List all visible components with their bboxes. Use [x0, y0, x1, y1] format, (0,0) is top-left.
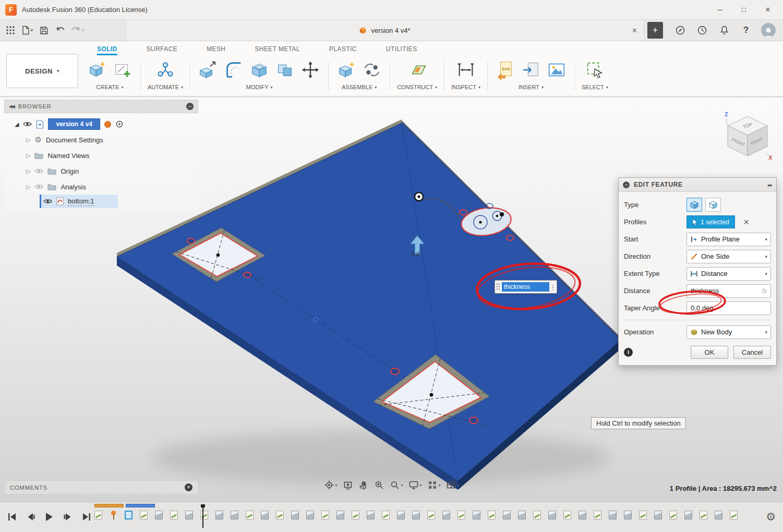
- browser-item-named-views[interactable]: ▷ Named Views: [4, 148, 198, 163]
- timeline-feature-sketch-icon[interactable]: [533, 511, 541, 519]
- automate-menu[interactable]: AUTOMATE▾: [148, 84, 183, 90]
- hole-selected[interactable]: [391, 368, 399, 374]
- dimension-input-box[interactable]: thickness ⋮: [495, 280, 557, 294]
- automate-icon[interactable]: [154, 59, 176, 81]
- extrude-solid-type-button[interactable]: [686, 198, 702, 212]
- timeline-feature-extrude-icon[interactable]: [367, 511, 375, 519]
- timeline-feature-sketch-icon[interactable]: [427, 511, 435, 519]
- insert-canvas-icon[interactable]: [546, 59, 568, 81]
- timeline-feature-sketch-icon[interactable]: [700, 511, 707, 519]
- look-at-button[interactable]: [342, 480, 353, 490]
- timeline-marker-orange[interactable]: [94, 504, 124, 507]
- timeline-feature-extrude-icon[interactable]: [442, 511, 450, 519]
- profiles-selected-button[interactable]: 1 selected: [686, 215, 735, 228]
- fillet-icon[interactable]: [223, 59, 245, 81]
- timeline-feature-extrude-icon[interactable]: [609, 511, 617, 519]
- timeline-feature-sketch-icon[interactable]: [170, 511, 178, 519]
- timeline-feature-sketch-icon[interactable]: [352, 511, 359, 519]
- timeline-feature-sketch-icon[interactable]: [276, 511, 284, 519]
- timeline-feature-extrude-icon[interactable]: [715, 511, 722, 519]
- browser-root-row[interactable]: ◢ version 4 v4: [4, 116, 198, 132]
- expand-triangle-icon[interactable]: ◢: [15, 121, 19, 128]
- create-sketch-icon[interactable]: [112, 59, 134, 81]
- select-icon[interactable]: [584, 59, 606, 81]
- active-document-label[interactable]: version 4 v4: [48, 118, 100, 130]
- visibility-eye-icon[interactable]: [43, 198, 52, 204]
- joint-icon[interactable]: [361, 59, 383, 81]
- redo-button[interactable]: ▾: [70, 22, 85, 38]
- comments-bar[interactable]: COMMENTS +: [4, 480, 198, 494]
- timeline-feature-extrude-icon[interactable]: [261, 511, 269, 519]
- hole-selected[interactable]: [469, 417, 478, 424]
- timeline-feature-extrude-icon[interactable]: [291, 511, 299, 519]
- timeline-feature-extrude-icon[interactable]: [503, 511, 511, 519]
- direction-select[interactable]: One Side ▾: [686, 250, 771, 263]
- minimize-panel-icon[interactable]: –: [186, 103, 194, 110]
- new-tab-button[interactable]: +: [647, 22, 663, 39]
- extrude-thin-type-button[interactable]: [705, 198, 721, 212]
- new-component-icon[interactable]: [86, 59, 108, 81]
- notifications-bell-icon[interactable]: [717, 23, 731, 37]
- cancel-button[interactable]: Cancel: [733, 346, 771, 359]
- modify-menu[interactable]: MODIFY▾: [246, 84, 273, 90]
- timeline-feature-extrude-icon[interactable]: [336, 511, 344, 519]
- shell-icon[interactable]: [248, 59, 270, 81]
- timeline-go-to-start-button[interactable]: [5, 511, 18, 523]
- assemble-menu[interactable]: ASSEMBLE▾: [342, 84, 377, 90]
- visibility-eye-icon[interactable]: [34, 184, 43, 190]
- timeline-feature-extrude-icon[interactable]: [473, 511, 480, 519]
- timeline-settings-gear-icon[interactable]: ⚙: [766, 511, 776, 523]
- timeline-feature-sketch-icon[interactable]: [669, 511, 677, 519]
- visibility-eye-icon[interactable]: [34, 168, 43, 174]
- timeline-step-forward-button[interactable]: [62, 511, 74, 523]
- timeline-feature-sketch-icon[interactable]: [488, 511, 496, 519]
- timeline-feature-extrude-icon[interactable]: [548, 511, 556, 519]
- clear-selection-icon[interactable]: ✕: [743, 218, 750, 226]
- timeline-feature-extrude-icon[interactable]: [231, 511, 238, 519]
- hole-selected[interactable]: [244, 272, 251, 277]
- insert-menu[interactable]: INSERT▾: [519, 84, 544, 90]
- add-comment-icon[interactable]: +: [185, 483, 192, 491]
- press-pull-icon[interactable]: [197, 59, 219, 81]
- tab-surface[interactable]: SURFACE: [147, 45, 177, 55]
- expand-caret-icon[interactable]: ▷: [26, 184, 30, 190]
- timeline-feature-extrude-icon[interactable]: [397, 511, 405, 519]
- timeline-feature-sketch-icon[interactable]: [382, 511, 390, 519]
- app-grid-icon[interactable]: [3, 22, 18, 38]
- distance-input[interactable]: thickness fx: [686, 284, 771, 298]
- dialog-expand-icon[interactable]: ▸▸: [768, 182, 772, 188]
- timeline-feature-extrude-icon[interactable]: [185, 511, 193, 519]
- timeline-marker-blue[interactable]: [126, 504, 155, 507]
- tab-utilities[interactable]: UTILITIES: [386, 45, 417, 55]
- close-tab-icon[interactable]: ✕: [632, 27, 637, 34]
- overflow-menu-icon[interactable]: ⋮: [549, 283, 557, 291]
- job-status-clock-icon[interactable]: [695, 23, 709, 37]
- extensions-icon[interactable]: [673, 23, 687, 37]
- ok-button[interactable]: OK: [691, 346, 728, 359]
- file-menu-button[interactable]: ▾: [20, 22, 34, 38]
- document-tab[interactable]: version 4 v4* ✕: [125, 20, 644, 41]
- start-select[interactable]: Profile Plane ▾: [686, 233, 771, 246]
- combine-icon[interactable]: [274, 59, 296, 81]
- dimension-value-input[interactable]: thickness: [502, 282, 549, 292]
- select-menu[interactable]: SELECT▾: [582, 84, 608, 90]
- visibility-eye-icon[interactable]: [23, 121, 32, 127]
- browser-item-analysis[interactable]: ▷ Analysis: [4, 179, 198, 195]
- tab-sheet-metal[interactable]: SHEET METAL: [255, 45, 300, 55]
- dialog-header[interactable]: – EDIT FEATURE ▸▸: [619, 178, 776, 192]
- timeline-play-button[interactable]: [43, 511, 55, 523]
- timeline-feature-extrude-icon[interactable]: [306, 511, 314, 519]
- hole-selected[interactable]: [187, 238, 195, 244]
- taper-angle-input[interactable]: 0.0 deg: [686, 301, 771, 315]
- insert-decal-icon[interactable]: [520, 59, 542, 81]
- timeline-feature-sketch-icon[interactable]: [594, 511, 601, 519]
- construct-plane-icon[interactable]: [406, 59, 428, 81]
- operation-select[interactable]: New Body ▾: [686, 325, 771, 339]
- viewports-button[interactable]: ▾: [446, 480, 460, 490]
- grid-snap-button[interactable]: ▾: [427, 480, 441, 490]
- close-button[interactable]: ✕: [756, 2, 780, 18]
- workspace-selector[interactable]: DESIGN ▾: [6, 54, 78, 88]
- timeline-feature-extrude-icon[interactable]: [518, 511, 526, 519]
- info-icon[interactable]: i: [624, 348, 633, 357]
- timeline-feature-extrude-icon[interactable]: [215, 511, 223, 519]
